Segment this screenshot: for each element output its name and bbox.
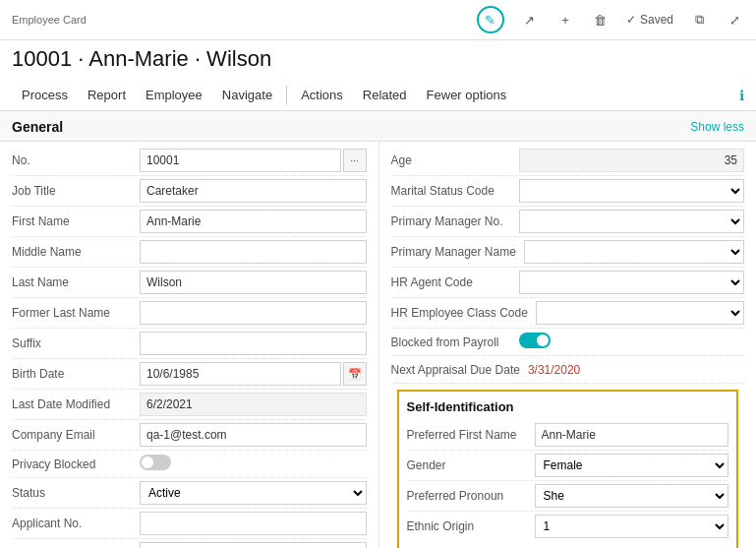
field-value-next-appraisal: 3/31/2020 (528, 362, 744, 377)
field-label-hr-agent-code: HR Agent Code (391, 275, 519, 289)
blocked-payroll-toggle[interactable] (519, 333, 551, 348)
field-no: No. ··· (12, 146, 367, 176)
add-icon[interactable]: + (555, 10, 575, 30)
former-last-name-input[interactable] (140, 301, 367, 325)
open-new-icon[interactable]: ⧉ (689, 10, 709, 30)
expand-icon[interactable]: ⤢ (725, 10, 744, 30)
field-label-company-email: Company Email (12, 428, 140, 442)
field-value-hr-agent-code (519, 271, 745, 294)
marital-status-select[interactable] (519, 179, 745, 203)
field-label-middle-name: Middle Name (12, 245, 140, 259)
field-privacy-blocked: Privacy Blocked (12, 451, 367, 478)
field-value-external-id (140, 542, 367, 548)
job-title-input[interactable] (140, 179, 367, 203)
field-label-applicant-no: Applicant No. (12, 517, 140, 530)
no-lookup-button[interactable]: ··· (343, 149, 367, 172)
nav-navigate[interactable]: Navigate (212, 80, 282, 110)
field-blocked-from-payroll: Blocked from Payroll (391, 329, 745, 356)
first-name-input[interactable] (140, 210, 367, 233)
nav-info-icon[interactable]: ℹ (739, 88, 744, 103)
field-hr-agent-code: HR Agent Code (391, 268, 745, 298)
field-value-first-name (140, 210, 367, 233)
no-input[interactable] (140, 149, 341, 172)
preferred-pronoun-select[interactable]: She He They (535, 484, 729, 508)
field-value-birth-date: 📅 (140, 362, 367, 386)
edit-icon[interactable]: ✎ (477, 6, 504, 33)
field-value-primary-manager-no (519, 210, 745, 233)
birth-date-input[interactable] (140, 362, 341, 386)
field-label-birth-date: Birth Date (12, 367, 140, 381)
share-icon[interactable]: ↗ (520, 10, 540, 30)
field-preferred-pronoun: Preferred Pronoun She He They (407, 481, 729, 512)
delete-icon[interactable]: 🗑 (591, 10, 611, 30)
page-title: 10001 · Ann-Marie · Wilson (0, 40, 756, 80)
field-label-job-title: Job Title (12, 184, 140, 198)
primary-manager-name-select[interactable] (524, 240, 744, 264)
nav-process[interactable]: Process (12, 80, 78, 110)
field-gender: Gender Female Male Other (407, 451, 729, 481)
nav-actions[interactable]: Actions (291, 80, 353, 110)
content: General Show less No. ··· Job Title (0, 111, 756, 548)
show-less-button[interactable]: Show less (690, 120, 744, 134)
field-marital-status: Marital Status Code (391, 176, 745, 207)
nav-fewer-options[interactable]: Fewer options (417, 80, 517, 110)
birth-date-calendar-icon[interactable]: 📅 (343, 362, 367, 386)
nav-report[interactable]: Report (78, 80, 136, 110)
field-label-first-name: First Name (12, 214, 140, 228)
applicant-no-input[interactable] (140, 512, 367, 535)
hr-agent-code-select[interactable] (519, 271, 745, 294)
nav-bar: Process Report Employee Navigate Actions… (0, 80, 756, 111)
field-value-marital-status (519, 179, 745, 203)
field-value-preferred-pronoun: She He They (535, 484, 729, 508)
field-value-age (519, 149, 745, 172)
field-label-suffix: Suffix (12, 336, 140, 350)
field-label-next-appraisal: Next Appraisal Due Date (391, 363, 528, 377)
field-suffix: Suffix (12, 329, 367, 359)
company-email-input[interactable] (140, 423, 367, 447)
field-primary-manager-name: Primary Manager Name (391, 237, 745, 268)
field-age: Age (391, 146, 745, 176)
field-next-appraisal: Next Appraisal Due Date 3/31/2020 (391, 356, 745, 384)
field-value-hr-employee-class-code (536, 301, 744, 325)
field-primary-manager-no: Primary Manager No. (391, 207, 745, 237)
field-label-status: Status (12, 486, 140, 500)
field-value-blocked-from-payroll (519, 333, 745, 351)
field-applicant-no: Applicant No. (12, 509, 367, 539)
field-label-last-name: Last Name (12, 275, 140, 289)
ethnic-origin-select[interactable]: 1 2 3 (535, 515, 729, 538)
field-external-id: External ID (12, 539, 367, 548)
external-id-input[interactable] (140, 542, 367, 548)
field-value-applicant-no (140, 512, 367, 535)
header-label: Employee Card (12, 14, 477, 26)
gender-select[interactable]: Female Male Other (535, 454, 729, 477)
status-select[interactable]: Active Inactive (140, 481, 367, 505)
section-title: General (12, 119, 63, 135)
field-status: Status Active Inactive (12, 478, 367, 509)
age-input (519, 149, 745, 172)
section-header: General Show less (0, 111, 756, 142)
primary-manager-no-select[interactable] (519, 210, 745, 233)
field-value-privacy-blocked (140, 455, 367, 473)
main-area: General Show less No. ··· Job Title (0, 111, 756, 548)
preferred-first-name-input[interactable] (535, 423, 729, 447)
field-label-primary-manager-no: Primary Manager No. (391, 214, 519, 228)
field-value-preferred-first-name (535, 423, 729, 447)
field-value-job-title (140, 179, 367, 203)
nav-related[interactable]: Related (353, 80, 417, 110)
field-value-gender: Female Male Other (535, 454, 729, 477)
field-label-ethnic-origin: Ethnic Origin (407, 519, 535, 533)
field-value-no: ··· (140, 149, 367, 172)
field-company-email: Company Email (12, 420, 367, 451)
privacy-blocked-toggle[interactable] (140, 455, 171, 470)
field-label-preferred-pronoun: Preferred Pronoun (407, 489, 535, 503)
field-value-suffix (140, 332, 367, 355)
field-label-no: No. (12, 153, 140, 167)
next-appraisal-date[interactable]: 3/31/2020 (528, 363, 580, 377)
last-name-input[interactable] (140, 271, 367, 294)
middle-name-input[interactable] (140, 240, 367, 264)
hr-employee-class-code-select[interactable] (536, 301, 744, 325)
nav-employee[interactable]: Employee (136, 80, 212, 110)
field-value-former-last-name (140, 301, 367, 325)
field-middle-name: Middle Name (12, 237, 367, 268)
suffix-input[interactable] (140, 332, 367, 355)
